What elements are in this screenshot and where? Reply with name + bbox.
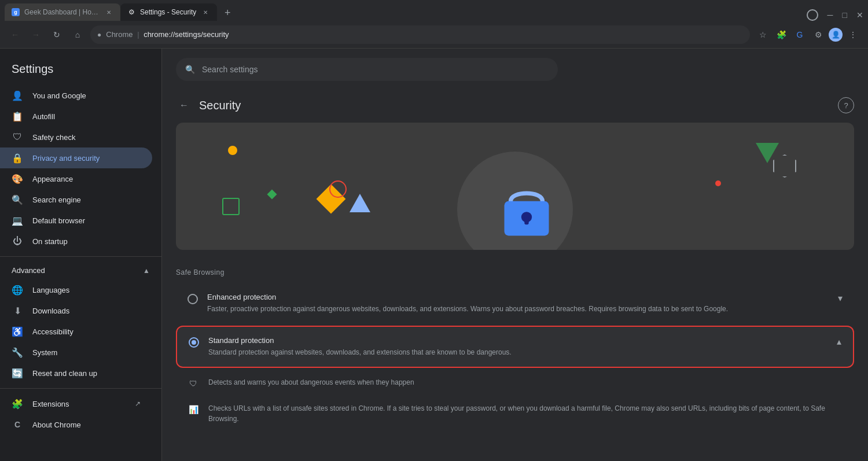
sidebar-label-extensions: Extensions bbox=[32, 400, 69, 408]
shape-green-diamond bbox=[267, 190, 277, 200]
sidebar-item-about-chrome[interactable]: C About Chrome bbox=[0, 414, 152, 435]
sidebar-label-system: System bbox=[32, 348, 57, 357]
search-bar: 🔍 bbox=[176, 58, 558, 81]
tab-favicon-1: g bbox=[12, 8, 20, 16]
sidebar-item-privacy-security[interactable]: 🔒 Privacy and security bbox=[0, 147, 152, 168]
sidebar-divider-2 bbox=[0, 388, 161, 389]
address-pipe: | bbox=[137, 30, 139, 39]
sidebar-label-autofill: Autofill bbox=[32, 112, 55, 121]
search-input[interactable] bbox=[202, 65, 549, 74]
svg-rect-2 bbox=[524, 217, 528, 224]
toolbar-right-actions: ☆ 🧩 G ⚙ 👤 ⋮ bbox=[755, 27, 861, 43]
tab-title-1: Geek Dashboard | How-To's, Sm... bbox=[24, 8, 100, 16]
standard-protection-option[interactable]: Standard protection Standard protection … bbox=[176, 326, 854, 368]
tab-favicon-2: ⚙ bbox=[127, 8, 135, 16]
help-button[interactable]: ? bbox=[838, 97, 854, 113]
back-button[interactable]: ← bbox=[176, 97, 192, 113]
tab-settings-security[interactable]: ⚙ Settings - Security ✕ bbox=[120, 3, 217, 21]
sidebar-label-on-startup: On startup bbox=[32, 237, 68, 246]
standard-protection-content: Standard protection Standard protection … bbox=[208, 336, 827, 357]
main-layout: Settings 👤 You and Google 📋 Autofill 🛡 S… bbox=[0, 49, 868, 461]
reload-button[interactable]: ↻ bbox=[49, 27, 65, 43]
sidebar-item-autofill[interactable]: 📋 Autofill bbox=[0, 106, 152, 127]
safety-check-icon: 🛡 bbox=[12, 131, 23, 143]
advanced-label: Advanced bbox=[12, 266, 45, 275]
extension-puzzle-icon[interactable]: 🧩 bbox=[773, 27, 789, 43]
sidebar-item-safety-check[interactable]: 🛡 Safety check bbox=[0, 127, 152, 147]
accessibility-icon: ♿ bbox=[12, 326, 23, 337]
maximize-button[interactable]: □ bbox=[843, 10, 847, 20]
tab-geek-dashboard[interactable]: g Geek Dashboard | How-To's, Sm... ✕ bbox=[5, 3, 120, 21]
address-text: Chrome | chrome://settings/security bbox=[106, 30, 743, 39]
new-tab-button[interactable]: + bbox=[219, 5, 236, 21]
content-header: ← Security ? bbox=[162, 88, 868, 123]
settings-title: Settings bbox=[0, 58, 161, 85]
settings-sidebar: Settings 👤 You and Google 📋 Autofill 🛡 S… bbox=[0, 49, 162, 461]
system-icon: 🔧 bbox=[12, 346, 23, 358]
minimize-button[interactable]: ─ bbox=[827, 10, 833, 20]
sidebar-item-on-startup[interactable]: ⏻ On startup bbox=[0, 231, 152, 252]
page-title: Security bbox=[199, 99, 241, 112]
enhanced-protection-title: Enhanced protection bbox=[207, 293, 829, 301]
extensions-button[interactable]: ⚙ bbox=[810, 27, 826, 43]
downloads-icon: ⬇ bbox=[12, 305, 23, 316]
back-nav-button[interactable]: ← bbox=[7, 27, 23, 43]
shape-blue-triangle bbox=[350, 194, 370, 212]
sidebar-item-default-browser[interactable]: 💻 Default browser bbox=[0, 210, 152, 231]
forward-nav-button[interactable]: → bbox=[28, 27, 44, 43]
more-options-button[interactable]: ⋮ bbox=[845, 27, 861, 43]
sidebar-item-accessibility[interactable]: ♿ Accessibility bbox=[0, 321, 152, 342]
shape-red-circle bbox=[329, 180, 347, 198]
sidebar-item-reset[interactable]: 🔄 Reset and clean up bbox=[0, 363, 152, 383]
home-button[interactable]: ⌂ bbox=[69, 27, 86, 43]
enhanced-protection-option[interactable]: Enhanced protection Faster, proactive pr… bbox=[176, 283, 854, 323]
lock-illustration bbox=[498, 175, 556, 238]
detects-warns-icon: 🛡 bbox=[187, 378, 199, 389]
security-illustration bbox=[176, 123, 854, 250]
address-url: chrome://settings/security bbox=[144, 30, 229, 39]
enhanced-protection-content: Enhanced protection Faster, proactive pr… bbox=[207, 293, 829, 314]
browser-toolbar: ← → ↻ ⌂ ● Chrome | chrome://settings/sec… bbox=[0, 21, 868, 49]
bookmark-button[interactable]: ☆ bbox=[755, 27, 771, 43]
external-link-icon: ↗ bbox=[135, 400, 141, 408]
sidebar-item-search-engine[interactable]: 🔍 Search engine bbox=[0, 189, 152, 210]
profile-avatar[interactable]: 👤 bbox=[829, 28, 843, 42]
sidebar-item-you-and-google[interactable]: 👤 You and Google bbox=[0, 85, 152, 106]
sidebar-item-extensions[interactable]: 🧩 Extensions ↗ bbox=[0, 393, 152, 414]
standard-protection-radio[interactable] bbox=[189, 337, 199, 348]
tab-title-2: Settings - Security bbox=[140, 8, 196, 16]
default-browser-icon: 💻 bbox=[12, 215, 23, 226]
privacy-security-icon: 🔒 bbox=[12, 152, 23, 164]
sidebar-label-default-browser: Default browser bbox=[32, 216, 85, 225]
sidebar-label-privacy-security: Privacy and security bbox=[32, 154, 100, 163]
sidebar-item-system[interactable]: 🔧 System bbox=[0, 342, 152, 363]
standard-protection-chevron[interactable]: ▴ bbox=[837, 336, 841, 347]
sidebar-label-downloads: Downloads bbox=[32, 307, 69, 315]
tab-close-1[interactable]: ✕ bbox=[104, 8, 113, 17]
standard-protection-desc: Standard protection against websites, do… bbox=[208, 347, 827, 357]
reset-icon: 🔄 bbox=[12, 367, 23, 379]
tab-close-2[interactable]: ✕ bbox=[201, 8, 210, 17]
sidebar-item-languages[interactable]: 🌐 Languages bbox=[0, 279, 152, 300]
sidebar-item-downloads[interactable]: ⬇ Downloads bbox=[0, 300, 152, 321]
shape-yellow-circle bbox=[228, 146, 237, 155]
enhanced-protection-radio[interactable] bbox=[187, 294, 198, 304]
secure-icon: ● bbox=[97, 31, 101, 39]
record-button[interactable] bbox=[807, 9, 818, 21]
sub-item-checks-urls: 📊 Checks URLs with a list of unsafe site… bbox=[187, 396, 843, 431]
shape-red-dot bbox=[715, 180, 721, 186]
settings-content: 🔍 ← Security ? bbox=[162, 49, 868, 461]
sidebar-item-appearance[interactable]: 🎨 Appearance bbox=[0, 168, 152, 189]
close-window-button[interactable]: ✕ bbox=[856, 10, 863, 20]
address-bar[interactable]: ● Chrome | chrome://settings/security bbox=[90, 25, 750, 44]
on-startup-icon: ⏻ bbox=[12, 235, 23, 247]
about-chrome-icon: C bbox=[12, 419, 23, 430]
advanced-section-toggle[interactable]: Advanced ▲ bbox=[0, 261, 161, 279]
enhanced-protection-chevron[interactable]: ▾ bbox=[838, 293, 843, 304]
search-icon: 🔍 bbox=[185, 65, 195, 74]
extensions-icon: 🧩 bbox=[12, 398, 23, 410]
sidebar-label-safety-check: Safety check bbox=[32, 133, 75, 142]
account-icon[interactable]: G bbox=[792, 27, 808, 43]
search-engine-icon: 🔍 bbox=[12, 194, 23, 205]
sidebar-label-appearance: Appearance bbox=[32, 175, 73, 183]
